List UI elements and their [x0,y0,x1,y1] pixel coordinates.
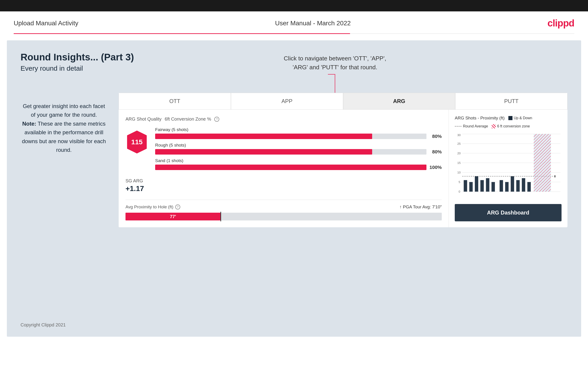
svg-rect-20 [480,180,484,192]
tab-arg[interactable]: ARG [343,93,455,109]
legend-dashed-icon [455,126,462,126]
hex-bars-container: 115 Fairway (5 shots) 80% [125,127,442,174]
svg-text:25: 25 [457,142,461,145]
sg-label: SG ARG [125,178,442,184]
sg-value: +1.17 [125,184,442,193]
svg-rect-32 [534,134,551,192]
pga-avg: ↑ PGA Tour Avg: 7'10" [399,204,442,209]
tab-putt[interactable]: PUTT [455,93,567,109]
card-left-section: ARG Shot Quality 6ft Conversion Zone % ?… [119,110,449,227]
note-label: Note: [22,121,36,127]
bar-label-rough: Rough (5 shots) [155,143,442,148]
proximity-bar-track: 77' [125,213,442,220]
proximity-bar-fill: 77' [125,213,220,220]
svg-rect-27 [522,178,525,192]
bar-wrapper-rough: 80% [155,149,442,155]
svg-rect-17 [464,180,467,192]
conversion-label: 6ft Conversion Zone % [165,117,211,122]
nav-annotation: Click to navigate between 'OTT', 'APP','… [284,54,386,95]
proximity-header: Avg Proximity to Hole (ft) ? ↑ PGA Tour … [125,204,442,209]
main-card: OTT APP ARG PUTT ARG Shot Quality 6ft Co… [119,93,567,227]
footer: Copyright Clippd 2021 [21,322,66,328]
arrow-line [335,74,335,95]
sg-section: SG ARG +1.17 [125,178,442,193]
svg-rect-28 [527,182,531,192]
arrow-container [284,74,386,95]
svg-rect-21 [486,178,489,192]
tab-ott[interactable]: OTT [119,93,231,109]
logo: clippd [547,18,574,29]
shot-quality-header: ARG Shot Quality 6ft Conversion Zone % ? [125,117,442,122]
nav-annotation-text: Click to navigate between 'OTT', 'APP','… [284,55,386,71]
bar-pct-sand: 100% [429,165,442,170]
bar-row-fairway: Fairway (5 shots) 80% [155,127,442,139]
legend-square-icon [508,116,512,120]
legend-up-down: Up & Down [508,116,532,120]
svg-rect-22 [492,182,495,192]
bar-track-fairway [155,133,426,139]
left-panel-text: Get greater insight into each facet of y… [22,103,106,153]
proximity-cursor [220,212,221,221]
tabs-container: OTT APP ARG PUTT [119,93,567,110]
tab-app[interactable]: APP [231,93,343,109]
svg-text:15: 15 [457,161,461,165]
chart-svg: 0 5 10 15 20 25 30 [455,132,562,196]
top-bar [0,0,588,11]
legend-up-down-label: Up & Down [514,116,532,120]
hex-score: 115 [125,129,148,155]
legend-conversion: 6 ft conversion zone [492,124,530,128]
help-icon[interactable]: ? [214,117,219,122]
card-body: ARG Shot Quality 6ft Conversion Zone % ?… [119,110,567,227]
svg-rect-18 [469,182,473,192]
svg-text:8: 8 [554,175,556,178]
svg-text:0: 0 [459,190,460,193]
svg-text:10: 10 [457,171,461,174]
legend-conversion-label: 6 ft conversion zone [497,124,530,128]
bar-row-sand: Sand (1 shots) 100% [155,158,442,170]
proximity-label: Avg Proximity to Hole (ft) [125,204,173,209]
bar-wrapper-sand: 100% [155,165,442,170]
proximity-title: Avg Proximity to Hole (ft) ? [125,204,180,209]
bar-fill-rough [155,149,372,155]
svg-rect-19 [475,176,478,192]
proximity-help-icon[interactable]: ? [175,204,180,209]
bar-pct-rough: 80% [429,149,442,155]
svg-text:5: 5 [459,180,460,184]
chart-title: ARG Shots - Proximity (ft) [455,116,505,121]
svg-text:20: 20 [457,152,461,155]
svg-rect-26 [516,180,520,192]
proximity-section: Avg Proximity to Hole (ft) ? ↑ PGA Tour … [125,200,442,220]
hex-value: 115 [131,138,143,146]
left-info-panel: Get greater insight into each facet of y… [21,102,107,154]
bar-fill-sand [155,165,426,170]
copyright-text: Copyright Clippd 2021 [21,322,66,327]
svg-rect-23 [500,180,503,192]
chart-area: 0 5 10 15 20 25 30 [455,132,562,201]
svg-rect-24 [505,182,509,192]
header-divider [14,33,574,34]
bar-label-sand: Sand (1 shots) [155,158,442,163]
bar-track-rough [155,149,426,155]
bar-fill-fairway [155,133,372,139]
bar-pct-fairway: 80% [429,133,442,139]
proximity-value: 77' [170,214,176,219]
bar-row-rough: Rough (5 shots) 80% [155,143,442,155]
bar-track-sand [155,165,426,170]
bars-section: Fairway (5 shots) 80% Rough (5 shots) [155,127,442,174]
svg-rect-25 [511,176,514,192]
chart-header: ARG Shots - Proximity (ft) Up & Down Rou… [455,116,562,128]
bar-label-fairway: Fairway (5 shots) [155,127,442,132]
header: Upload Manual Activity User Manual - Mar… [0,11,588,33]
main-content: Round Insights... (Part 3) Every round i… [7,40,581,337]
arg-dashboard-button[interactable]: ARG Dashboard [455,204,562,221]
legend-round-avg: Round Average [455,124,488,128]
legend-hatched-icon [492,124,496,128]
upload-label: Upload Manual Activity [14,20,78,27]
svg-text:30: 30 [457,133,461,137]
user-manual-label: User Manual - March 2022 [275,20,351,27]
bar-wrapper-fairway: 80% [155,133,442,139]
card-right-section: ARG Shots - Proximity (ft) Up & Down Rou… [449,110,567,227]
shot-quality-label: ARG Shot Quality [125,117,162,122]
legend-round-avg-label: Round Average [463,124,488,128]
